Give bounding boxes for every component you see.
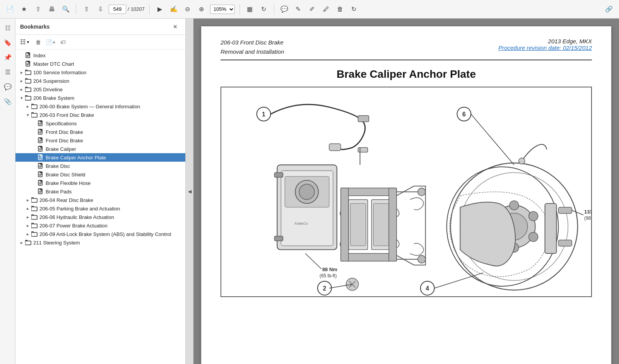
- prev-page-icon[interactable]: ⇧: [81, 4, 92, 15]
- revision-link[interactable]: Procedure revision date: 02/15/2012: [498, 44, 592, 51]
- tree-item-206-brake[interactable]: ▼206 Brake System: [15, 94, 185, 102]
- settings-icon[interactable]: 🔗: [604, 4, 614, 15]
- close-bookmarks-icon[interactable]: ✕: [170, 21, 181, 32]
- rotate-icon[interactable]: ↻: [258, 4, 269, 15]
- svg-rect-52: [31, 215, 37, 219]
- svg-text:(98 lb-ft): (98 lb-ft): [584, 215, 591, 221]
- delete-bookmark-icon[interactable]: 🗑: [33, 37, 44, 48]
- toggle-icon: [31, 129, 37, 135]
- tree-item-100-service[interactable]: ►100 Service Information: [15, 68, 185, 77]
- svg-rect-10: [25, 88, 31, 92]
- toggle-icon: [19, 61, 25, 67]
- item-icon: [31, 214, 38, 220]
- item-label: Brake Caliper: [46, 146, 76, 152]
- item-icon: [37, 180, 44, 186]
- toggle-icon: ►: [25, 197, 31, 203]
- item-icon: [31, 205, 38, 212]
- highlight-icon[interactable]: ✐: [307, 4, 318, 15]
- svg-rect-9: [25, 79, 31, 83]
- toggle-icon: [31, 154, 37, 161]
- bookmark-icon[interactable]: ★: [19, 4, 29, 15]
- pdf-content-area[interactable]: 206-03 Front Disc Brake Removal and Inst…: [193, 19, 619, 364]
- toggle-icon: ▼: [25, 112, 31, 118]
- tree-item-206-05[interactable]: ►206-05 Parking Brake and Actuation: [15, 204, 185, 213]
- tree-item-205-driveline[interactable]: ►205 Driveline: [15, 85, 185, 94]
- svg-point-112: [418, 188, 426, 196]
- tree-item-206-04[interactable]: ►206-04 Rear Disc Brake: [15, 196, 185, 204]
- svg-rect-101: [558, 207, 572, 214]
- bookmarks-icon[interactable]: 🔖: [2, 36, 14, 49]
- upload-icon[interactable]: ⇧: [32, 4, 43, 15]
- item-icon: [25, 95, 32, 101]
- pdf-main-title: Brake Caliper Anchor Plate: [221, 68, 592, 80]
- next-page-icon[interactable]: ⇩: [95, 4, 106, 15]
- bookmarks-tree[interactable]: IndexMaster DTC Chart►100 Service Inform…: [15, 50, 185, 364]
- panel-collapse-button[interactable]: ◀: [186, 19, 193, 364]
- attachments-icon[interactable]: 📌: [2, 51, 14, 63]
- hand-tool-icon[interactable]: ✍: [168, 4, 179, 15]
- stamp-icon[interactable]: 🖉: [321, 4, 332, 15]
- item-icon: [31, 197, 38, 203]
- tree-item-brake-caliper-anchor[interactable]: Brake Caliper Anchor Plate: [15, 153, 185, 162]
- tree-item-brake-disc-shield[interactable]: Brake Disc Shield: [15, 170, 185, 179]
- layers-icon[interactable]: ☰: [2, 66, 14, 78]
- annotations-icon[interactable]: 💬: [2, 80, 14, 93]
- undo-icon[interactable]: ↻: [349, 4, 359, 15]
- comment-icon[interactable]: 💬: [279, 4, 290, 15]
- zoom-select[interactable]: 50% 75% 100% 105% 125% 150% 200%: [210, 5, 235, 14]
- pdf-header-right: 2013 Edge, MKX Procedure revision date: …: [498, 38, 592, 51]
- item-icon: [25, 52, 32, 58]
- item-icon: [37, 146, 44, 152]
- tree-item-index[interactable]: Index: [15, 51, 185, 60]
- tree-item-206-09[interactable]: ►206-09 Anti-Lock Brake System (ABS) and…: [15, 230, 185, 238]
- item-label: Front Disc Brake: [46, 138, 83, 144]
- pencil-icon[interactable]: ✎: [293, 4, 304, 15]
- zoom-out-icon[interactable]: ⊖: [182, 4, 193, 15]
- item-icon: [37, 137, 44, 144]
- tree-item-master-dtc[interactable]: Master DTC Chart: [15, 60, 185, 68]
- tree-item-211-steering[interactable]: ►211 Steering System: [15, 238, 185, 247]
- add-bookmark-icon[interactable]: 📄+: [45, 37, 56, 48]
- toggle-icon: [31, 171, 37, 178]
- svg-point-65: [299, 184, 315, 200]
- search-icon[interactable]: 🔍: [60, 4, 71, 15]
- tag-bookmark-icon[interactable]: 🏷: [58, 37, 68, 48]
- toggle-icon: ►: [19, 78, 25, 84]
- svg-point-113: [418, 255, 426, 263]
- fit-page-icon[interactable]: ▦: [245, 4, 255, 15]
- page-number-input[interactable]: [109, 5, 126, 14]
- new-doc-icon[interactable]: 📄: [5, 4, 15, 15]
- pages-icon[interactable]: ☷: [2, 22, 14, 34]
- bookmarks-panel: Bookmarks ✕ ☷ ▼ 🗑 📄+ 🏷 IndexMaster DTC C…: [15, 19, 186, 364]
- toggle-icon: [31, 188, 37, 195]
- item-icon: [25, 78, 32, 84]
- select-tool-icon[interactable]: ▶: [154, 4, 165, 15]
- item-icon: [37, 171, 44, 178]
- zoom-in-icon[interactable]: ⊕: [196, 4, 207, 15]
- tree-item-front-disc-brake-2[interactable]: Front Disc Brake: [15, 136, 185, 145]
- item-icon: [31, 222, 38, 229]
- item-label: Brake Flexible Hose: [46, 180, 91, 186]
- tree-item-206-06[interactable]: ►206-06 Hydraulic Brake Actuation: [15, 213, 185, 221]
- item-icon: [37, 188, 44, 195]
- tree-item-front-disc-brake-1[interactable]: Front Disc Brake: [15, 128, 185, 136]
- delete-icon[interactable]: 🗑: [335, 4, 345, 15]
- svg-rect-80: [341, 188, 349, 261]
- item-icon: [37, 120, 44, 126]
- paperclip-icon[interactable]: 📎: [2, 95, 14, 108]
- tree-item-206-00[interactable]: ►206-00 Brake System — General Informati…: [15, 102, 185, 111]
- tree-item-brake-pads[interactable]: Brake Pads: [15, 187, 185, 196]
- tree-item-204-suspension[interactable]: ►204 Suspension: [15, 77, 185, 85]
- item-label: 206-04 Rear Disc Brake: [39, 197, 93, 203]
- tree-item-206-07[interactable]: ►206-07 Power Brake Actuation: [15, 221, 185, 230]
- tree-item-brake-flexible-hose[interactable]: Brake Flexible Hose: [15, 179, 185, 187]
- item-label: 211 Steering System: [33, 240, 80, 246]
- tree-item-brake-caliper[interactable]: Brake Caliper: [15, 145, 185, 153]
- print-icon[interactable]: 🖶: [46, 4, 57, 15]
- view-options-dropdown[interactable]: ☷ ▼: [19, 38, 31, 46]
- tree-item-206-03[interactable]: ▼206-03 Front Disc Brake: [15, 111, 185, 119]
- tree-item-brake-disc[interactable]: Brake Disc: [15, 162, 185, 170]
- toggle-icon: [31, 163, 37, 169]
- brake-diagram-svg: 1: [221, 87, 591, 296]
- tree-item-specifications[interactable]: Specifications: [15, 119, 185, 128]
